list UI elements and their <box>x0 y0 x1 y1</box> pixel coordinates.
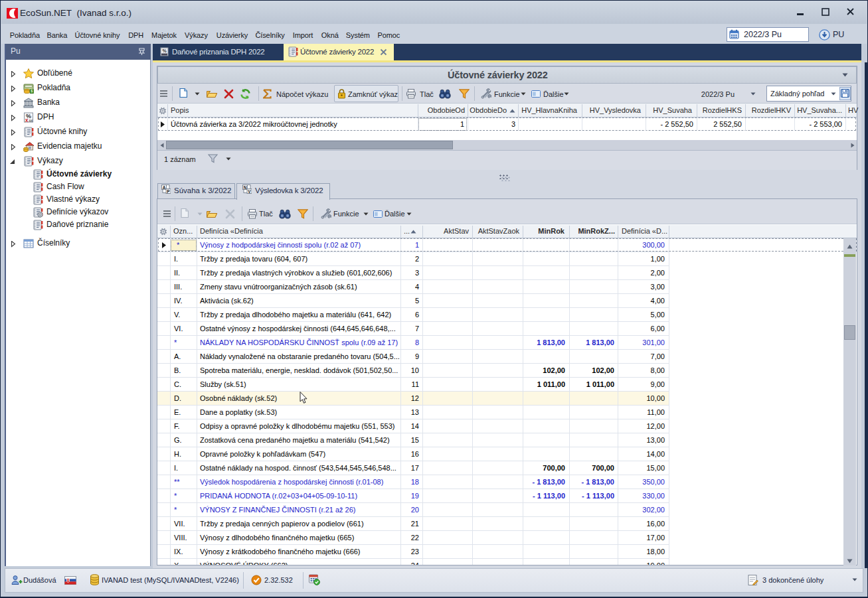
svg-text:N: N <box>244 185 247 190</box>
svg-text:X: X <box>25 118 29 123</box>
svg-text:V: V <box>248 189 251 194</box>
svg-text:AK: AK <box>29 119 33 123</box>
svg-text:A: A <box>163 185 166 190</box>
svg-text:%: % <box>162 48 167 53</box>
svg-text:P: P <box>167 189 170 194</box>
